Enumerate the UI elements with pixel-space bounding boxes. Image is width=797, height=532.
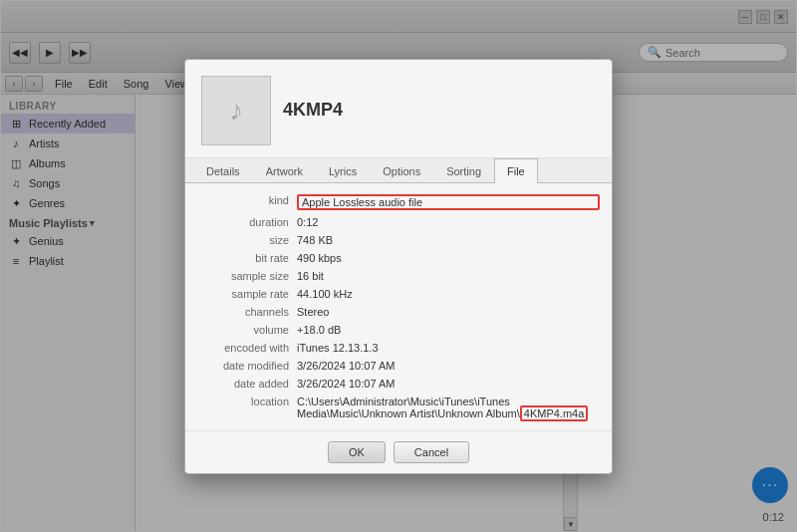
tab-options[interactable]: Options — [370, 158, 433, 183]
duration-value: 0:12 — [297, 216, 600, 228]
info-row-bitrate: bit rate 490 kbps — [185, 249, 612, 267]
samplerate-label: sample rate — [197, 288, 297, 300]
datemodified-label: date modified — [197, 360, 297, 372]
dialog-content: kind Apple Lossless audio file duration … — [185, 183, 612, 430]
datemodified-value: 3/26/2024 10:07 AM — [297, 360, 600, 372]
channels-label: channels — [197, 306, 297, 318]
size-value: 748 KB — [297, 234, 600, 246]
tab-lyrics[interactable]: Lyrics — [316, 158, 370, 183]
info-row-samplerate: sample rate 44.100 kHz — [185, 285, 612, 303]
encodedwith-label: encoded with — [197, 342, 297, 354]
bitrate-value: 490 kbps — [297, 252, 600, 264]
location-value: C:\Users\Administrator\Music\iTunes\iTun… — [297, 396, 600, 419]
encodedwith-value: iTunes 12.13.1.3 — [297, 342, 600, 354]
song-info-dialog: ♪ 4KMP4 Details Artwork Lyrics Options S… — [184, 59, 613, 474]
info-row-kind: kind Apple Lossless audio file — [185, 191, 612, 213]
info-row-datemodified: date modified 3/26/2024 10:07 AM — [185, 357, 612, 375]
dateadded-value: 3/26/2024 10:07 AM — [297, 378, 600, 390]
info-row-encodedwith: encoded with iTunes 12.13.1.3 — [185, 339, 612, 357]
location-label: location — [197, 396, 297, 419]
album-art: ♪ — [201, 76, 271, 145]
modal-overlay: ♪ 4KMP4 Details Artwork Lyrics Options S… — [1, 1, 796, 531]
main-window: ─ □ ✕ ◀◀ ▶ ▶▶ 🔍 ‹ › File Edit Song View … — [0, 0, 797, 532]
kind-value: Apple Lossless audio file — [297, 194, 600, 210]
tab-sorting[interactable]: Sorting — [433, 158, 494, 183]
info-row-location: location C:\Users\Administrator\Music\iT… — [185, 393, 612, 422]
size-label: size — [197, 234, 297, 246]
dialog-title: 4KMP4 — [283, 100, 343, 121]
volume-label: volume — [197, 324, 297, 336]
tab-artwork[interactable]: Artwork — [253, 158, 316, 183]
ok-button[interactable]: OK — [328, 441, 386, 463]
samplerate-value: 44.100 kHz — [297, 288, 600, 300]
bitrate-label: bit rate — [197, 252, 297, 264]
samplesize-value: 16 bit — [297, 270, 600, 282]
info-row-samplesize: sample size 16 bit — [185, 267, 612, 285]
channels-value: Stereo — [297, 306, 600, 318]
tab-details[interactable]: Details — [193, 158, 253, 183]
cancel-button[interactable]: Cancel — [394, 441, 469, 463]
info-row-channels: channels Stereo — [185, 303, 612, 321]
dateadded-label: date added — [197, 378, 297, 390]
kind-label: kind — [197, 194, 297, 210]
dialog-tabs: Details Artwork Lyrics Options Sorting F… — [185, 158, 612, 183]
duration-label: duration — [197, 216, 297, 228]
music-note-placeholder-icon: ♪ — [229, 95, 243, 127]
tab-file[interactable]: File — [494, 158, 538, 183]
info-row-volume: volume +18.0 dB — [185, 321, 612, 339]
location-suffix: 4KMP4.m4a — [520, 405, 589, 421]
dialog-header: ♪ 4KMP4 — [185, 60, 612, 158]
samplesize-label: sample size — [197, 270, 297, 282]
info-row-size: size 748 KB — [185, 231, 612, 249]
volume-value: +18.0 dB — [297, 324, 600, 336]
info-row-duration: duration 0:12 — [185, 213, 612, 231]
info-row-dateadded: date added 3/26/2024 10:07 AM — [185, 375, 612, 393]
location-prefix: C:\Users\Administrator\Music\iTunes\iTun… — [297, 396, 520, 419]
dialog-footer: OK Cancel — [185, 430, 612, 473]
